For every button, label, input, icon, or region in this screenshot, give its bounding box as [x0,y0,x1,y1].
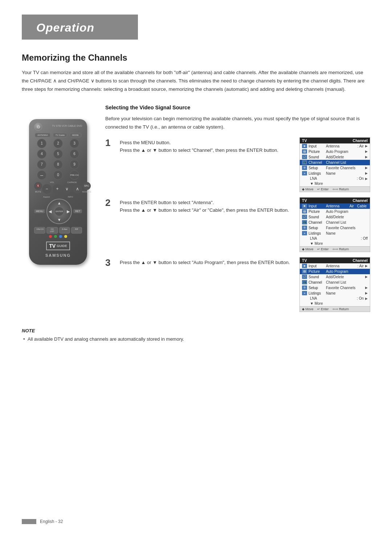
listings-icon-2: ≡ [302,231,307,235]
picture-items-1: Auto Program [326,150,364,154]
btn-2[interactable]: 2 [53,139,63,148]
vol-down-button[interactable]: − [42,184,52,194]
dnet-button[interactable]: D-Net [59,227,70,234]
aspect-label: Aspect [43,196,50,198]
vol-row: 🔇 MUTE VOL − + CH/PAGE ∨ [34,181,82,194]
picture-arrow-1: ▶ [365,150,368,153]
listings-items-3: Name [326,291,364,295]
page-number: English - 32 [40,519,63,524]
step-3-number: 3 [105,257,113,268]
btn-9[interactable]: 9 [70,160,79,169]
menu-row-setup-3: ⚙ Setup Favorite Channels ▶ [300,285,370,291]
footer-return-1: ⇦⇨ Return [332,187,349,191]
mute-area: 🔇 MUTE [34,182,42,193]
note-text: All available DTV and analog channels ar… [22,336,370,343]
listings-icon-1: ≡ [302,171,307,175]
setup-label-3: Setup [309,286,324,290]
pip-button[interactable]: PIP [71,227,82,234]
channel-label-menu-2: Channel [309,220,324,224]
listings-icon-3: ≡ [302,291,307,295]
antenna-row: ANTENNA TV Guide MODE [34,133,82,137]
remote-container: ⏻ TV STB VCR CABLE DVD ANTENNA TV Guide … [22,105,94,265]
setup-arrow-3: ▶ [365,286,368,289]
sound-arrow-3: ▶ [365,275,368,279]
menu-row-listings-1: ≡ Listings Name ▶ [300,171,370,176]
menu-row-setup-2: ⚙ Setup Favorite Channels [300,225,370,231]
btn-prech[interactable]: PRE-CH [70,170,79,180]
tv-footer-3: ◆ Move ↵ Enter ⇦⇨ Return [300,306,370,312]
nav-circle: ▲ ▼ ◀ ▶ ENTER [46,199,72,224]
picture-icon-3: 🖼 [302,269,307,273]
btn-6[interactable]: 6 [70,149,79,159]
ch-down-button[interactable]: ∨ [62,184,72,194]
channel-icon-2: 📺 [302,220,307,224]
nav-up-arrow[interactable]: ▲ [57,201,61,205]
channel-label-menu-1: Channel [309,161,324,165]
btn-1[interactable]: 1 [37,139,46,148]
btn-3[interactable]: 3 [70,139,79,148]
vol-up-button[interactable]: + [53,184,62,194]
extra-lna-1: LNA : On ▶ [300,176,370,181]
channel-icon-1: 📺 [302,160,307,165]
mode-button[interactable]: MODE [70,133,81,137]
ch-up-button[interactable]: ∧ [73,184,82,194]
picture-items-3: Auto Program [326,269,368,273]
menu-button[interactable]: MENU [34,209,45,213]
more-label-1: ▼ More [310,182,368,186]
return-button[interactable]: RET [73,209,82,213]
tv-footer-2: ◆ Move ↵ Enter ⇦⇨ Return [300,246,370,252]
nav-left-arrow[interactable]: ◀ [49,209,52,214]
listings-label-2: Listings [309,231,324,235]
btn-5[interactable]: 5 [53,149,63,159]
info-label: INFO [68,196,73,198]
vol-area: VOL − + [42,181,62,194]
color-dots [34,235,82,238]
header-bar: Operation [22,15,138,40]
btn-7[interactable]: 7 [37,160,46,169]
sound-label-1: Sound [309,155,324,159]
lna-value-3: : On [357,296,364,300]
tv-label-3: TV [302,258,353,263]
nav-right-arrow[interactable]: ▶ [67,209,70,214]
step-3: 3 Press the ▲ or ▼ button to select "Aut… [105,257,370,312]
btn-0[interactable]: 0 [53,170,63,180]
antenna-button[interactable]: ANTENNA [35,133,50,137]
picture-label-1: Picture [309,150,324,154]
step-1-number: 1 [105,137,113,149]
power-button[interactable]: ⏻ [34,123,42,131]
listings-items-2: Name [326,231,368,235]
sound-label-2: Sound [309,215,324,219]
lna-label-1: LNA [310,177,355,181]
setup-arrow-1: ▶ [365,166,368,170]
extra-lna-3: LNA : On ▶ [300,296,370,301]
extra-lna-2: LNA : Off [300,236,370,241]
btn-dash[interactable]: – [37,170,46,180]
tv-screen-2: TV Channel ▶ Input Antenna Air Cable 🖼 P… [299,197,370,252]
tv-guide-button[interactable]: TV Guide [53,133,67,137]
input-label-2: Input [309,204,324,208]
favchan-button[interactable]: FAV.CH [34,227,45,234]
menu-row-listings-2: ≡ Listings Name [300,231,370,236]
channel-items-2: Channel List [326,220,368,224]
enter-button[interactable]: ENTER [55,207,64,216]
menu-row-channel-3: 📺 Channel Channel List [300,280,370,285]
picture-label-3: Picture [309,269,324,273]
note-title: NOTE [22,328,370,333]
nav-down-arrow[interactable]: ▼ [57,218,61,222]
chlist-button[interactable]: CH LIST [46,227,58,234]
nav-area: Aspect INFO MENU ▲ ▼ ◀ ▶ ENTER RET [34,196,82,225]
fav-row: FAV.CH CH LIST D-Net PIP [34,227,82,234]
mute-button[interactable]: 🔇 [34,182,42,190]
sound-label-3: Sound [309,275,324,279]
page-footer: English - 32 [22,519,63,524]
sub-heading: Selecting the Video Signal Source [105,105,370,110]
info-row: Aspect INFO [34,196,82,198]
yellow-dot [64,235,67,238]
btn-4[interactable]: 4 [37,149,46,159]
ch-area: CH/PAGE ∨ ∧ [62,181,82,194]
btn-8[interactable]: 8 [53,160,63,169]
source-button[interactable]: SRC [83,182,91,190]
extra-more-1: ▼ More [300,181,370,186]
step-3-screen: TV Channel ▶ Input Antenna : Air ▶ 🖼 Pic… [299,257,370,312]
menu-row-setup-1: ⚙ Setup Favorite Channels ▶ [300,165,370,171]
